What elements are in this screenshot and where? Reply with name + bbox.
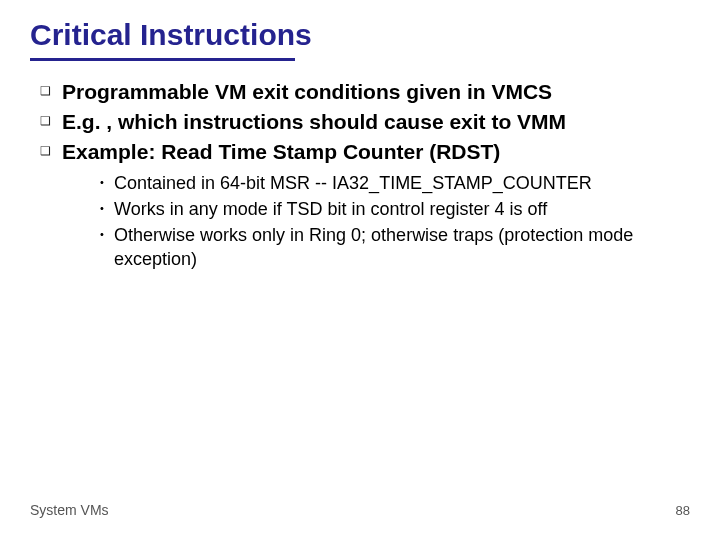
square-bullet-icon: ❑	[40, 109, 62, 133]
slide: Critical Instructions ❑ Programmable VM …	[0, 0, 720, 540]
sub-bullet-item: • Works in any mode if TSD bit in contro…	[100, 197, 690, 221]
square-bullet-icon: ❑	[40, 139, 62, 163]
sub-bullet-text: Otherwise works only in Ring 0; otherwis…	[114, 223, 690, 271]
sub-bullet-item: • Otherwise works only in Ring 0; otherw…	[100, 223, 690, 271]
square-bullet-icon: ❑	[40, 79, 62, 103]
page-number: 88	[676, 503, 690, 518]
footer-text-left: System VMs	[30, 502, 109, 518]
dot-bullet-icon: •	[100, 171, 114, 193]
slide-title: Critical Instructions	[30, 18, 690, 52]
bullet-item: ❑ Programmable VM exit conditions given …	[40, 79, 690, 105]
sub-bullet-list: • Contained in 64-bit MSR -- IA32_TIME_S…	[40, 171, 690, 271]
title-underline	[30, 58, 295, 61]
sub-bullet-item: • Contained in 64-bit MSR -- IA32_TIME_S…	[100, 171, 690, 195]
dot-bullet-icon: •	[100, 197, 114, 219]
bullet-text: E.g. , which instructions should cause e…	[62, 109, 566, 135]
dot-bullet-icon: •	[100, 223, 114, 245]
bullet-text: Example: Read Time Stamp Counter (RDST)	[62, 139, 500, 165]
sub-bullet-text: Works in any mode if TSD bit in control …	[114, 197, 547, 221]
bullet-text: Programmable VM exit conditions given in…	[62, 79, 552, 105]
bullet-item: ❑ Example: Read Time Stamp Counter (RDST…	[40, 139, 690, 165]
slide-body: ❑ Programmable VM exit conditions given …	[30, 79, 690, 271]
sub-bullet-text: Contained in 64-bit MSR -- IA32_TIME_STA…	[114, 171, 592, 195]
bullet-item: ❑ E.g. , which instructions should cause…	[40, 109, 690, 135]
